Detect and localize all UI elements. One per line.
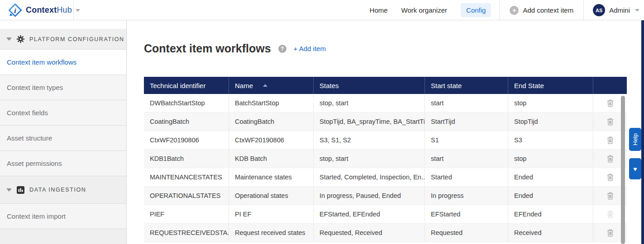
table-row[interactable]: REQUESTRECEIVEDSTA...Request received st… (144, 224, 627, 242)
table-row[interactable]: KDB1BatchKDB Batchstop, startstartstop (144, 150, 627, 168)
collapse-caret-icon[interactable] (6, 188, 12, 192)
sidebar-section-title: PLATFORM CONFIGURATION (29, 36, 124, 42)
add-context-item-button[interactable]: + Add context item (510, 6, 573, 15)
delete-row-button[interactable] (607, 192, 614, 200)
cell-start-state: EFStarted (425, 205, 508, 223)
cell-name: Operational states (229, 187, 313, 205)
sidebar-section-header-data-ingestion[interactable]: DATA INGESTION (0, 176, 126, 204)
nav-item-config[interactable]: Config (461, 3, 491, 17)
cell-states: S3, S1, S2 (313, 131, 425, 149)
brand-chevron-down-icon[interactable] (76, 9, 80, 12)
cell-end-state: stop (508, 150, 593, 168)
brand-logo[interactable]: i ContextHub (8, 0, 80, 20)
vertical-scrollbar[interactable] (621, 96, 625, 244)
sidebar-item-context-item-workflows[interactable]: Context item workflows (0, 50, 126, 75)
cell-start-state: start (425, 94, 508, 112)
table-row[interactable]: MAINTENANCESTATESMaintenance statesStart… (144, 168, 627, 187)
delete-row-button[interactable] (607, 118, 614, 126)
column-header-end-state[interactable]: End State (508, 77, 593, 94)
help-tab[interactable]: Help (629, 128, 641, 151)
column-header-name[interactable]: Name (229, 77, 313, 94)
column-header-label: Technical identifier (150, 82, 205, 89)
table-row[interactable]: PIEFPI EFEFStarted, EFEndedEFStartedEFEn… (144, 205, 627, 224)
heart-icon: ♥ (633, 165, 637, 173)
cell-start-state: Requested (425, 224, 508, 242)
brand-name-light: Hub (57, 5, 72, 14)
cell-name: KDB Batch (229, 150, 313, 168)
column-header-technical-identifier[interactable]: Technical identifier (144, 77, 229, 94)
sidebar: PLATFORM CONFIGURATIONContext item workf… (0, 20, 127, 244)
table-body: DWBatchStartStopBatchStartStopstop, star… (144, 94, 627, 242)
cell-start-state: In progress (425, 187, 508, 205)
sidebar-item-asset-permissions[interactable]: Asset permissions (0, 151, 126, 176)
column-header-states[interactable]: States (313, 77, 425, 94)
sidebar-next-section-partial (0, 229, 126, 244)
cell-technical-identifier: OPERATIONALSTATES (144, 187, 229, 205)
cell-name: CoatingBatch (229, 113, 313, 131)
cell-name: Maintenance states (229, 168, 313, 186)
workflows-table: Technical identifierNameStatesStart stat… (144, 77, 627, 244)
delete-row-button[interactable] (607, 136, 614, 144)
trash-icon (607, 229, 614, 237)
delete-row-button[interactable] (607, 174, 614, 181)
cell-technical-identifier: DWBatchStartStop (144, 94, 229, 112)
cell-states: Started, Completed, Inspection, En... (313, 168, 425, 186)
collapse-caret-icon[interactable] (6, 38, 12, 41)
cell-technical-identifier: KDB1Batch (144, 150, 229, 168)
sidebar-section-header-platform-configuration[interactable]: PLATFORM CONFIGURATION (0, 29, 126, 50)
favorite-button[interactable]: ♥ (629, 158, 641, 179)
sidebar-item-context-item-import[interactable]: Context item import (0, 204, 126, 229)
delete-row-button[interactable] (607, 99, 614, 107)
plus-icon: + (510, 6, 519, 15)
cell-states: EFStarted, EFEnded (313, 205, 425, 223)
trash-icon (607, 118, 614, 126)
cell-end-state: EFEnded (508, 205, 593, 223)
trash-icon (607, 136, 614, 144)
help-question-icon[interactable]: ? (278, 45, 286, 53)
sort-asc-icon (263, 84, 267, 87)
trash-icon (607, 174, 614, 181)
sidebar-section-title: DATA INGESTION (29, 187, 86, 193)
nav-item-home[interactable]: Home (370, 6, 388, 14)
sidebar-item-context-item-types[interactable]: Context item types (0, 75, 126, 100)
delete-row-button[interactable] (607, 155, 614, 163)
sidebar-item-asset-structure[interactable]: Asset structure (0, 126, 126, 151)
cell-technical-identifier: CoatingBatch (144, 113, 229, 131)
trash-icon (607, 155, 614, 163)
cell-start-state: Started (425, 168, 508, 186)
contexthub-logo-icon: i (8, 3, 22, 17)
cell-technical-identifier: REQUESTRECEIVEDSTA... (144, 224, 229, 242)
sidebar-item-context-fields[interactable]: Context fields (0, 100, 126, 126)
table-row[interactable]: CtxWF20190806CtxWF20190806S3, S1, S2S1S3 (144, 131, 627, 150)
column-header-label: States (320, 82, 339, 89)
column-header-start-state[interactable]: Start state (425, 77, 508, 94)
cell-states: stop, start (313, 94, 425, 112)
delete-row-button[interactable] (607, 229, 614, 237)
cell-end-state: StopTijd (508, 113, 593, 131)
user-menu-chevron-down-icon[interactable] (635, 9, 639, 12)
cell-states: StopTijd, BA_sprayTime, BA_StartTi... (313, 113, 425, 131)
table-row[interactable]: OPERATIONALSTATESOperational statesIn pr… (144, 187, 627, 205)
brand-name-bold: Context (26, 5, 57, 14)
page-title: Context item workflows (144, 42, 271, 55)
user-menu[interactable]: AS Admini (593, 4, 639, 16)
brand-name: ContextHub (26, 5, 72, 15)
cell-states: stop, start (313, 150, 425, 168)
delete-row-button (607, 211, 614, 218)
add-item-link[interactable]: + Add item (294, 45, 326, 52)
avatar[interactable]: AS (593, 4, 605, 16)
trash-icon (607, 211, 614, 218)
cell-start-state: S1 (425, 131, 508, 149)
nav-item-work-organizer[interactable]: Work organizer (401, 6, 447, 14)
table-row[interactable]: CoatingBatchCoatingBatchStopTijd, BA_spr… (144, 113, 627, 131)
cell-start-state: StartTijd (425, 113, 508, 131)
cell-states: In progress, Paused, Ended (313, 187, 425, 205)
table-row[interactable]: DWBatchStartStopBatchStartStopstop, star… (144, 94, 627, 113)
gear-icon (17, 35, 24, 43)
main-content: Context item workflows ? + Add item Tech… (127, 20, 641, 244)
navbar-divider (583, 0, 584, 20)
cell-technical-identifier: PIEF (144, 205, 229, 223)
cell-end-state: S3 (508, 131, 593, 149)
cell-end-state: Received (508, 224, 593, 242)
help-tab-label: Help (632, 133, 639, 145)
